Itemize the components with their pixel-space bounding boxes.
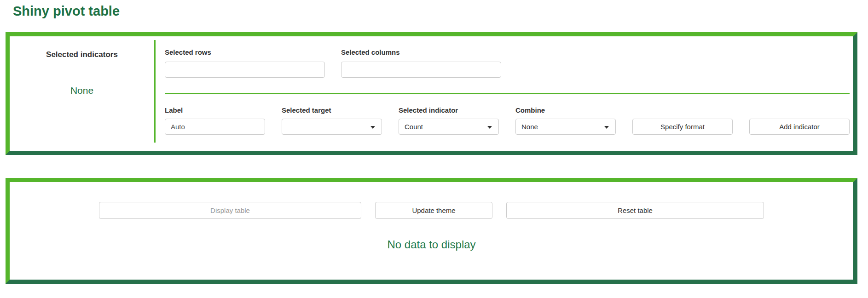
label-input[interactable] <box>165 119 265 135</box>
dropdown-caret-icon <box>370 126 375 129</box>
selected-indicator-label: Selected indicator <box>399 106 499 114</box>
dropdown-caret-icon <box>487 126 492 129</box>
horizontal-divider <box>165 93 850 94</box>
selected-indicators-value: None <box>10 85 154 96</box>
selected-indicator-select[interactable]: Count <box>399 119 499 135</box>
table-panel: Display table Update theme Reset table N… <box>6 178 857 284</box>
update-theme-button[interactable]: Update theme <box>375 202 492 219</box>
selected-target-label: Selected target <box>282 106 382 114</box>
indicator-controls: Selected rows Selected columns Label Sel… <box>156 36 853 151</box>
combine-value: None <box>521 123 538 131</box>
selected-columns-field: Selected columns <box>341 48 501 78</box>
no-data-message: No data to display <box>10 238 853 251</box>
indicator-definition-row: Label Selected target Selected indicator… <box>165 106 850 135</box>
selected-target-field: Selected target <box>282 106 382 135</box>
rows-columns-row: Selected rows Selected columns <box>165 48 850 78</box>
selected-columns-label: Selected columns <box>341 48 501 56</box>
combine-select[interactable]: None <box>515 119 616 135</box>
add-indicator-button[interactable]: Add indicator <box>749 119 850 135</box>
indicator-panel: Selected indicators None Selected rows S… <box>6 32 857 155</box>
selected-indicator-field: Selected indicator Count <box>399 106 499 135</box>
selected-rows-input[interactable] <box>165 62 325 78</box>
combine-label: Combine <box>515 106 616 114</box>
display-table-button[interactable]: Display table <box>99 202 361 219</box>
combine-field: Combine None <box>515 106 616 135</box>
selected-indicators-column: Selected indicators None <box>10 36 154 151</box>
selected-indicators-heading: Selected indicators <box>10 50 154 59</box>
label-field-label: Label <box>165 106 265 114</box>
label-field: Label <box>165 106 265 135</box>
specify-format-button[interactable]: Specify format <box>632 119 733 135</box>
page-title: Shiny pivot table <box>13 4 868 19</box>
selected-rows-field: Selected rows <box>165 48 325 78</box>
dropdown-caret-icon <box>604 126 609 129</box>
selected-indicator-value: Count <box>405 123 423 131</box>
selected-rows-label: Selected rows <box>165 48 325 56</box>
table-actions-row: Display table Update theme Reset table <box>10 202 853 219</box>
reset-table-button[interactable]: Reset table <box>506 202 764 219</box>
selected-columns-input[interactable] <box>341 62 501 78</box>
selected-target-select[interactable] <box>282 119 382 135</box>
